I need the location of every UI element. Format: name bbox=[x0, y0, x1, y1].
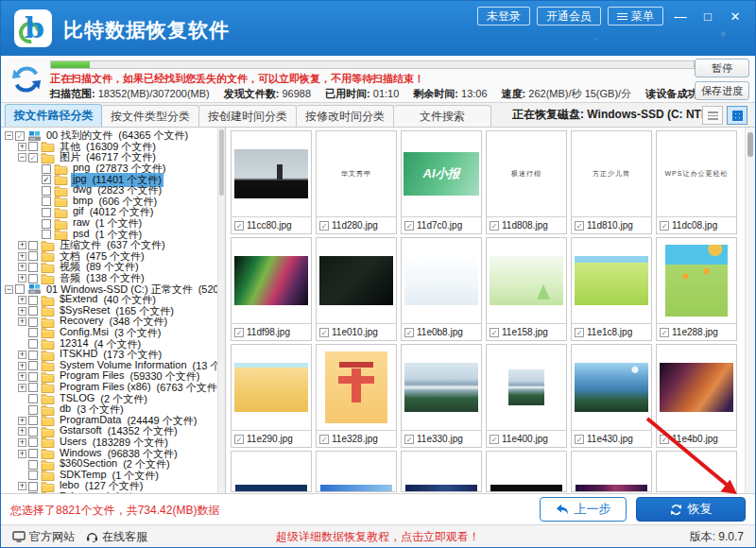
tree-expander-icon[interactable]: + bbox=[18, 362, 26, 370]
tree-checkbox[interactable] bbox=[28, 263, 38, 272]
grid-scrollbar[interactable] bbox=[745, 128, 755, 493]
file-checkbox[interactable]: ✓ bbox=[490, 328, 499, 337]
back-button[interactable]: 上一步 bbox=[540, 497, 627, 522]
tree-checkbox[interactable] bbox=[28, 339, 38, 349]
tree-expander-icon[interactable]: + bbox=[18, 427, 26, 436]
file-thumbnail-cell-partial[interactable] bbox=[486, 451, 567, 492]
tree-checkbox[interactable] bbox=[28, 328, 38, 337]
file-thumbnail-cell[interactable]: 华文秀甲 ✓11d280.jpg bbox=[316, 130, 397, 234]
tree-checkbox[interactable] bbox=[42, 230, 51, 239]
file-checkbox[interactable]: ✓ bbox=[404, 328, 414, 337]
maximize-button[interactable]: □ bbox=[697, 7, 718, 26]
tree-expander-icon[interactable]: + bbox=[18, 274, 26, 283]
file-thumbnail-cell-partial[interactable] bbox=[316, 451, 397, 492]
tree-checkbox[interactable] bbox=[42, 186, 51, 196]
file-thumbnail-cell[interactable]: ✓11e328.jpg bbox=[316, 344, 397, 448]
tree-expander-icon[interactable]: + bbox=[18, 296, 26, 304]
file-thumbnail-cell-partial[interactable] bbox=[401, 451, 482, 492]
tree-checkbox[interactable]: ✓ bbox=[42, 175, 51, 184]
tree-scrollbar[interactable] bbox=[217, 128, 225, 493]
file-thumbnail-cell-partial[interactable] bbox=[231, 451, 312, 492]
file-thumbnail-cell[interactable]: AI小报 ✓11d7c0.jpg bbox=[401, 130, 482, 234]
file-checkbox[interactable]: ✓ bbox=[660, 221, 669, 231]
file-thumbnail-cell[interactable]: ✓11e290.jpg bbox=[231, 344, 312, 448]
tree-checkbox[interactable] bbox=[42, 197, 51, 206]
tree-expander-icon[interactable]: + bbox=[18, 143, 26, 151]
file-checkbox[interactable]: ✓ bbox=[575, 221, 584, 231]
tree-checkbox[interactable] bbox=[28, 394, 38, 403]
file-checkbox[interactable]: ✓ bbox=[234, 435, 244, 444]
grid-scrollbar-thumb[interactable] bbox=[747, 132, 753, 157]
pause-button[interactable]: 暂停 bbox=[695, 59, 749, 77]
file-thumbnail-cell[interactable]: ✓11e1c8.jpg bbox=[571, 237, 652, 341]
file-checkbox[interactable]: ✓ bbox=[660, 435, 669, 444]
tree-expander-icon[interactable]: + bbox=[18, 317, 26, 326]
tree-expander-icon[interactable]: + bbox=[18, 450, 26, 458]
file-thumbnail-cell[interactable]: ✓11e010.jpg bbox=[316, 237, 397, 341]
file-thumbnail-cell[interactable]: ✓11e0b8.jpg bbox=[401, 237, 482, 341]
tab-by-type[interactable]: 按文件类型分类 bbox=[102, 105, 199, 127]
tree-checkbox[interactable] bbox=[28, 351, 38, 360]
tree-checkbox[interactable] bbox=[28, 405, 38, 415]
tree-checkbox[interactable] bbox=[42, 164, 51, 174]
recover-button[interactable]: 恢复 bbox=[636, 497, 746, 522]
list-view-button[interactable] bbox=[702, 106, 723, 125]
tree-expander-icon[interactable]: + bbox=[18, 438, 26, 447]
tree-expander-icon[interactable]: + bbox=[18, 351, 26, 359]
file-thumbnail-cell[interactable]: ✓11df98.jpg bbox=[231, 237, 312, 341]
file-checkbox[interactable]: ✓ bbox=[575, 435, 584, 444]
tab-by-created-time[interactable]: 按创建时间分类 bbox=[199, 105, 297, 127]
tree-checkbox[interactable] bbox=[28, 306, 38, 316]
file-checkbox[interactable]: ✓ bbox=[319, 221, 329, 231]
file-checkbox[interactable]: ✓ bbox=[319, 435, 329, 444]
tree-checkbox[interactable] bbox=[28, 492, 38, 493]
tree-checkbox[interactable] bbox=[15, 284, 25, 294]
grid-view-button[interactable] bbox=[727, 106, 747, 125]
login-button[interactable]: 未登录 bbox=[477, 7, 530, 26]
file-checkbox[interactable]: ✓ bbox=[490, 221, 499, 231]
tree-scrollbar-thumb[interactable] bbox=[219, 129, 224, 196]
file-checkbox[interactable]: ✓ bbox=[575, 328, 584, 337]
tree-checkbox[interactable] bbox=[28, 482, 38, 491]
tree-expander-icon[interactable]: + bbox=[18, 417, 26, 425]
tab-file-search[interactable]: 文件搜索 bbox=[394, 105, 491, 127]
tree-checkbox[interactable] bbox=[28, 471, 38, 480]
tree-expander-icon[interactable]: − bbox=[18, 153, 26, 162]
tree-checkbox[interactable] bbox=[28, 383, 38, 392]
tree-checkbox[interactable] bbox=[42, 219, 51, 229]
tree-checkbox[interactable] bbox=[28, 241, 38, 250]
file-checkbox[interactable]: ✓ bbox=[490, 435, 499, 444]
tree-checkbox[interactable] bbox=[28, 449, 38, 458]
tree-item[interactable]: Fylog(1 个文件) bbox=[1, 492, 225, 493]
tree-expander-icon[interactable]: + bbox=[18, 252, 26, 261]
file-thumbnail-cell[interactable]: ✓11e400.jpg bbox=[486, 344, 567, 448]
file-thumbnail-cell-partial[interactable] bbox=[656, 451, 737, 492]
file-checkbox[interactable]: ✓ bbox=[660, 328, 669, 337]
file-checkbox[interactable]: ✓ bbox=[319, 328, 329, 337]
file-thumbnail-cell[interactable]: 方正少儿简 ✓11d810.jpg bbox=[571, 130, 652, 234]
tree-expander-icon[interactable]: − bbox=[5, 131, 13, 140]
official-site-link[interactable]: 官方网站 bbox=[12, 529, 75, 545]
membership-button[interactable]: 开通会员 bbox=[537, 7, 601, 26]
file-checkbox[interactable]: ✓ bbox=[234, 221, 244, 231]
file-thumbnail-cell-partial[interactable] bbox=[571, 451, 652, 492]
file-thumbnail-cell[interactable]: ✓11e330.jpg bbox=[401, 344, 482, 448]
menu-button[interactable]: 菜单 bbox=[608, 7, 663, 26]
tree-checkbox[interactable]: ✓ bbox=[15, 131, 25, 141]
file-thumbnail-cell[interactable]: WPS让办公更轻松 ✓11dc08.jpg bbox=[656, 130, 737, 234]
file-checkbox[interactable]: ✓ bbox=[404, 435, 414, 444]
save-progress-button[interactable]: 保存进度 bbox=[695, 81, 749, 100]
tree-expander-icon[interactable]: + bbox=[18, 241, 26, 249]
tree-checkbox[interactable] bbox=[28, 460, 38, 470]
tree-checkbox[interactable] bbox=[28, 361, 38, 370]
tree-checkbox[interactable] bbox=[42, 208, 51, 217]
tree-checkbox[interactable] bbox=[28, 296, 38, 305]
tree-checkbox[interactable]: ✓ bbox=[28, 153, 38, 163]
tree-checkbox[interactable] bbox=[28, 416, 38, 425]
tree-expander-icon[interactable]: + bbox=[18, 307, 26, 316]
tree-expander-icon[interactable]: + bbox=[18, 384, 26, 392]
tree-expander-icon[interactable]: + bbox=[18, 372, 26, 381]
file-thumbnail-cell[interactable]: ✓11e288.jpg bbox=[656, 237, 737, 341]
tree-checkbox[interactable] bbox=[28, 372, 38, 382]
tree-expander-icon[interactable]: + bbox=[18, 482, 26, 490]
